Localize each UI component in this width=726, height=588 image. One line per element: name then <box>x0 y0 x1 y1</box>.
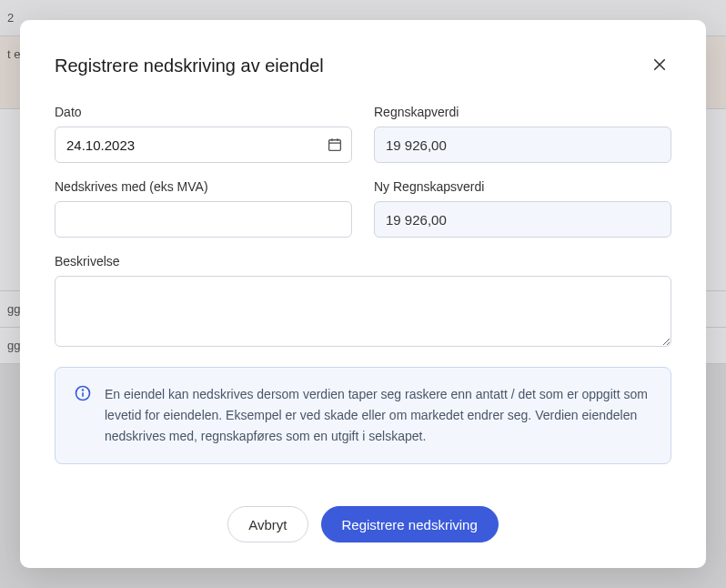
new-accounting-value-input <box>374 201 671 238</box>
date-label: Dato <box>55 105 352 119</box>
description-input[interactable] <box>55 276 671 347</box>
info-box: En eiendel kan nedskrives dersom verdien… <box>55 367 671 464</box>
writedown-amount-group: Nedskrives med (eks MVA) <box>55 179 352 238</box>
info-text: En eiendel kan nedskrives dersom verdien… <box>105 384 652 447</box>
writedown-amount-input[interactable] <box>55 201 352 238</box>
modal-header: Registrere nedskriving av eiendel <box>55 53 671 79</box>
close-button[interactable] <box>648 53 671 79</box>
submit-button[interactable]: Registrere nedskriving <box>321 506 499 542</box>
date-input-wrap <box>55 127 352 163</box>
accounting-value-input <box>374 127 671 163</box>
close-icon <box>651 56 668 76</box>
info-icon <box>74 384 92 447</box>
writedown-modal: Registrere nedskriving av eiendel Dato <box>20 20 706 568</box>
date-group: Dato <box>55 105 352 163</box>
new-accounting-value-label: Ny Regnskapsverdi <box>374 179 671 194</box>
description-group: Beskrivelse <box>55 254 671 347</box>
accounting-value-group: Regnskapverdi <box>374 105 671 163</box>
modal-actions: Avbryt Registrere nedskriving <box>55 506 671 542</box>
modal-title: Registrere nedskriving av eiendel <box>55 56 324 76</box>
cancel-button[interactable]: Avbryt <box>227 506 308 542</box>
description-label: Beskrivelse <box>55 254 671 269</box>
svg-point-8 <box>83 390 84 390</box>
accounting-value-label: Regnskapverdi <box>374 105 671 119</box>
writedown-amount-label: Nedskrives med (eks MVA) <box>55 179 352 194</box>
new-accounting-value-group: Ny Regnskapsverdi <box>374 179 671 238</box>
form-grid: Dato Regnskapverdi Nedskrives med (eks M… <box>55 105 671 347</box>
date-input[interactable] <box>55 127 352 163</box>
